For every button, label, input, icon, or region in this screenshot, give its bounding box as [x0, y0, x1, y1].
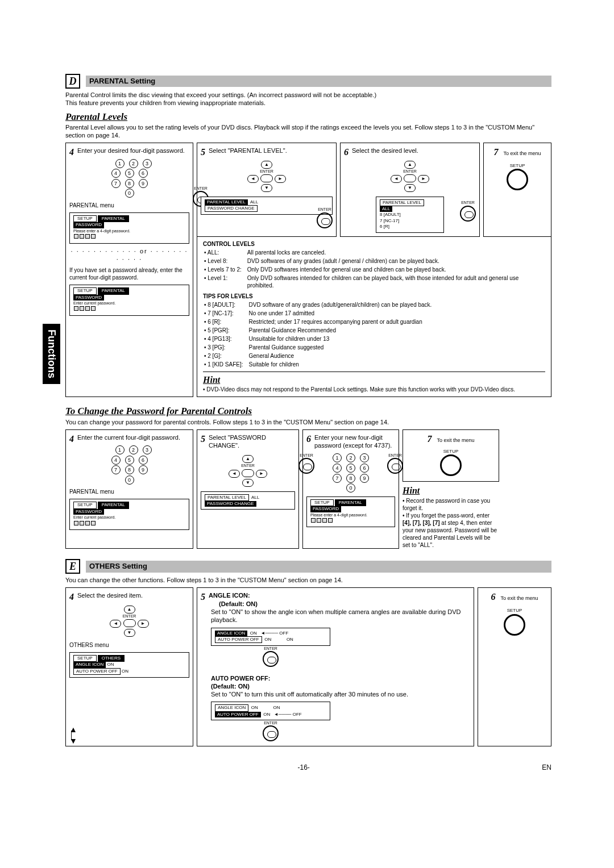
parental-step7-text: To exit the menu	[504, 151, 541, 156]
angle-icon-title: ANGLE ICON:	[209, 592, 250, 599]
section-d-intro2: This feature prevents your children from…	[65, 99, 551, 107]
cp-step5-text: Select "PASSWORD CHANGE".	[209, 434, 266, 449]
section-e-title: OTHERS Setting	[86, 561, 551, 573]
levels-info-box: CONTROL LEVELS • ALL:All parental locks …	[197, 237, 551, 398]
angle-desc: Set to "ON" to show the angle icon when …	[211, 608, 470, 624]
autopower-title: AUTO POWER OFF:	[211, 675, 270, 682]
enter-button-icon	[263, 651, 279, 667]
others-step6-text: To exit the menu	[501, 595, 538, 601]
enter-button-icon	[263, 725, 279, 741]
cp-osd-newpw: SETUPPARENTAL PASSWORD Please enter a 4-…	[306, 496, 395, 528]
parental-step6-text: Select the desired level.	[352, 147, 418, 154]
dpad-icon: ▲ ENTER ◄ ► ▼	[201, 454, 295, 486]
section-d-letter: D	[65, 74, 80, 89]
dpad-icon: ▲ ENTER ◄ ► ▼	[344, 160, 476, 192]
parental-menu-label: PARENTAL menu	[69, 202, 189, 209]
enter-button-icon	[317, 212, 333, 228]
or-divider: · · · · · · · · · · · · or · · · · · · ·…	[69, 247, 189, 264]
keypad-icon: 123 456 789 0	[69, 158, 189, 198]
control-levels-table: • ALL:All parental locks are canceled.• …	[203, 248, 545, 290]
cp-parental-menu-label: PARENTAL menu	[69, 488, 189, 495]
enter-button-icon	[460, 206, 476, 222]
keypad-icon: 123 456 789 0	[306, 453, 395, 493]
dpad-icon: ▲ ENTER ◄ ► ▼	[201, 160, 333, 192]
dpad-icon: ▲ ENTER ◄ ► ▼	[69, 604, 189, 637]
change-password-intro: You can change your password for parenta…	[65, 418, 551, 426]
section-e-intro: You can change the other functions. Foll…	[65, 576, 551, 584]
parental-step5: 5 Select "PARENTAL LEVEL". ▲ ENTER ◄ ► ▼…	[197, 143, 337, 236]
updown-icon: ▲│▼	[69, 727, 77, 744]
setup-button-icon	[440, 454, 462, 476]
section-e-header: E OTHERS Setting	[65, 559, 551, 574]
setup-button-icon	[507, 169, 528, 190]
parental-step7: 7 To exit the menu SETUP	[483, 143, 551, 236]
change-password-title: To Change the Password for Parental Cont…	[65, 405, 551, 418]
parental-levels-title: Parental Levels	[65, 111, 551, 123]
cp-step6-text: Enter your new four-digit password (exce…	[314, 434, 392, 449]
cp-step5: 5 Select "PASSWORD CHANGE". ▲ ENTER ◄ ► …	[197, 429, 299, 549]
cp-step7-text: To exit the menu	[437, 437, 475, 443]
osd-parental-password: SETUPPARENTAL PASSWORD Please enter a 4-…	[69, 212, 189, 244]
hint-text: DVD-Video discs may not respond to the P…	[206, 386, 515, 393]
page-lang: EN	[542, 763, 551, 773]
page-footer: -16- EN	[65, 763, 551, 773]
others-step5: 5 ANGLE ICON: (Default: ON) Set to "ON" …	[197, 587, 474, 746]
parental-step5-text: Select "PARENTAL LEVEL".	[209, 147, 287, 154]
page-number: -16-	[297, 763, 309, 773]
osd-parental-current: SETUPPARENTAL PASSWORD Enter current pas…	[69, 285, 189, 316]
others-step6: 6 To exit the menu SETUP	[478, 587, 551, 746]
cp-osd-current: SETUPPARENTAL PASSWORD Enter current pas…	[69, 499, 189, 530]
angle-osd: ANGLE ICON ON ◄──── OFF AUTO POWER OFF O…	[211, 628, 330, 646]
parental-levels-intro: Parental Level allows you to set the rat…	[65, 123, 551, 140]
others-step4-text: Select the desired item.	[77, 592, 143, 599]
osd-level-menu: PARENTAL LEVEL ALL PASSWORD CHANGE	[201, 197, 333, 215]
setup-button-icon	[504, 614, 525, 636]
others-step4: 4 Select the desired item. ▲ ENTER ◄ ► ▼…	[65, 587, 193, 746]
autopower-desc: Set to "ON" to turn this unit off automa…	[211, 690, 408, 698]
hint-title: Hint	[203, 374, 545, 386]
side-tab-functions: Functions	[43, 324, 60, 384]
section-e-letter: E	[65, 559, 80, 574]
section-d-intro1: Parental Control limits the disc viewing…	[65, 91, 551, 99]
keypad-icon: 123 456 789 0	[69, 445, 189, 485]
section-d-title: PARENTAL Setting	[86, 76, 551, 87]
cp-step6: 6 Enter your new four-digit password (ex…	[302, 429, 399, 549]
parental-step4: 4 Enter your desired four-digit password…	[65, 143, 193, 397]
enter-button-icon	[387, 458, 403, 474]
autopower-osd: ANGLE ICON ON ON AUTO POWER OFF ON ◄────…	[211, 702, 330, 720]
cp-step4: 4 Enter the current four-digit password.…	[65, 429, 193, 549]
parental-step4-text: Enter your desired four-digit password.	[77, 147, 185, 154]
cp-step7: 7 To exit the menu SETUP ENTER	[403, 429, 499, 482]
others-menu-label: OTHERS menu	[69, 641, 189, 649]
tips-levels-heading: TIPS FOR LEVELS	[203, 293, 545, 300]
others-osd: SETUPOTHERS ANGLE ICON ON AUTO POWER OFF…	[69, 652, 189, 678]
tips-levels-table: • 8 [ADULT]:DVD software of any grades (…	[203, 300, 437, 369]
autopower-default: (Default: ON)	[211, 683, 250, 690]
already-password-note: If you have set a password already, ente…	[69, 266, 189, 281]
osd-level-dropdown: PARENTAL LEVEL ALL 8 [ADULT] 7 [NC-17] 6…	[376, 197, 444, 233]
cp-step4-text: Enter the current four-digit password.	[77, 434, 180, 441]
control-levels-heading: CONTROL LEVELS	[203, 240, 545, 248]
section-d-header: D PARENTAL Setting	[65, 74, 551, 89]
cp-hint-title: Hint	[403, 485, 499, 497]
parental-step6: 6 Select the desired level. ▲ ENTER ◄ ► …	[340, 143, 480, 236]
angle-default: (Default: ON)	[219, 600, 258, 607]
cp-osd-pwchange: PARENTAL LEVEL ALL PASSWORD CHANGE	[201, 491, 295, 510]
cp-hint: Hint • Record the password in case you f…	[403, 485, 499, 549]
